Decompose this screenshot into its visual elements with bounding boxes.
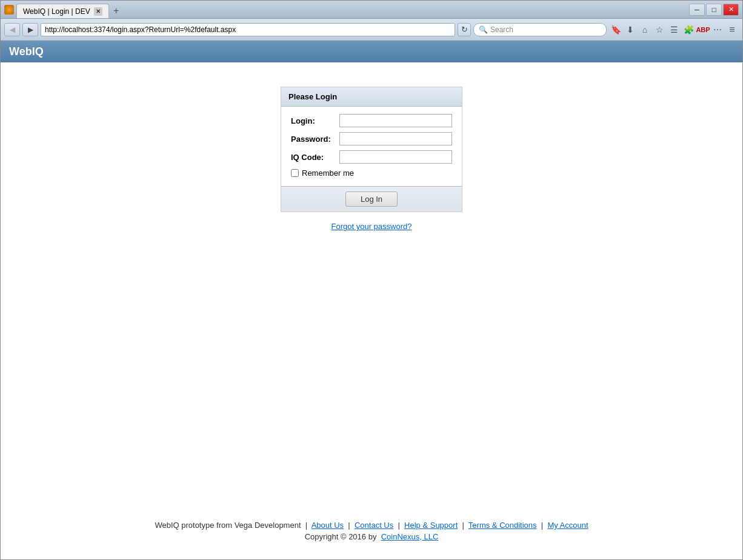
page-footer: WebIQ prototype from Vega Development | … xyxy=(155,508,588,559)
iq-code-label: IQ Code: xyxy=(291,153,339,162)
login-form: Please Login Login: Password: IQ Code: xyxy=(281,87,462,212)
password-input[interactable] xyxy=(339,132,452,145)
footer-copyright: Copyright © 2016 by CoinNexus, LLC xyxy=(155,532,588,541)
window-controls: ─ □ ✕ xyxy=(689,4,739,16)
remember-me-row: Remember me xyxy=(291,168,452,178)
search-placeholder: Search xyxy=(490,25,513,34)
refresh-button[interactable]: ↻ xyxy=(458,23,471,36)
adblock-icon[interactable]: ABP xyxy=(696,23,710,36)
forward-button[interactable]: ▶ xyxy=(22,23,38,36)
tab-bar: WebIQ | Login | DEV ✕ + xyxy=(16,1,687,18)
footer-link-terms[interactable]: Terms & Conditions xyxy=(468,521,537,530)
footer-link-contact-us[interactable]: Contact Us xyxy=(355,521,393,530)
search-icon: 🔍 xyxy=(479,25,488,34)
footer-text: WebIQ prototype from Vega Development | … xyxy=(155,521,588,530)
maximize-button[interactable]: □ xyxy=(706,4,722,16)
remember-me-label: Remember me xyxy=(302,168,354,178)
favorites-icon[interactable]: ☆ xyxy=(653,23,666,36)
address-bar[interactable]: http://localhost:3374/login.aspx?ReturnU… xyxy=(41,23,455,36)
app-icon xyxy=(4,5,14,15)
new-tab-button[interactable]: + xyxy=(109,4,124,18)
login-label: Login: xyxy=(291,116,339,125)
extensions-icon[interactable]: 🧩 xyxy=(682,23,695,36)
tab-close-button[interactable]: ✕ xyxy=(94,7,102,16)
search-bar[interactable]: 🔍 Search xyxy=(473,23,607,36)
more-icon[interactable]: ⋯ xyxy=(711,23,724,36)
app-title: WebIQ xyxy=(9,45,44,58)
title-bar: WebIQ | Login | DEV ✕ + ─ □ ✕ xyxy=(1,1,742,19)
footer-link-help-support[interactable]: Help & Support xyxy=(404,521,458,530)
menu-button[interactable]: ≡ xyxy=(725,23,739,36)
address-text: http://localhost:3374/login.aspx?ReturnU… xyxy=(45,25,236,34)
nav-icons: 🔖 ⬇ ⌂ ☆ ☰ 🧩 ABP ⋯ ≡ xyxy=(609,23,739,36)
footer-link-my-account[interactable]: My Account xyxy=(547,521,588,530)
close-button[interactable]: ✕ xyxy=(723,4,739,16)
reader-icon[interactable]: ☰ xyxy=(667,23,681,36)
window-frame: WebIQ | Login | DEV ✕ + ─ □ ✕ ◀ ▶ http:/… xyxy=(0,0,743,560)
iq-code-field-row: IQ Code: xyxy=(291,150,452,164)
login-button[interactable]: Log In xyxy=(345,192,398,207)
footer-brand: WebIQ prototype from Vega Development xyxy=(155,521,301,530)
login-title-text: Please Login xyxy=(288,92,337,101)
minimize-button[interactable]: ─ xyxy=(689,4,705,16)
login-form-footer: Log In xyxy=(281,186,462,212)
password-label: Password: xyxy=(291,135,339,144)
login-field-row: Login: xyxy=(291,114,452,127)
nav-bar: ◀ ▶ http://localhost:3374/login.aspx?Ret… xyxy=(1,19,742,41)
copyright-text: Copyright © 2016 by xyxy=(305,532,377,541)
home-icon[interactable]: ⌂ xyxy=(638,23,651,36)
login-form-title: Please Login xyxy=(281,87,462,107)
remember-me-checkbox[interactable] xyxy=(291,169,299,177)
coinnexus-link[interactable]: CoinNexus, LLC xyxy=(381,532,439,541)
password-field-row: Password: xyxy=(291,132,452,145)
back-button[interactable]: ◀ xyxy=(4,23,20,36)
bookmarks-icon[interactable]: 🔖 xyxy=(609,23,622,36)
tab-label: WebIQ | Login | DEV xyxy=(23,7,90,16)
active-tab[interactable]: WebIQ | Login | DEV ✕ xyxy=(16,4,109,18)
forgot-password-link[interactable]: Forgot your password? xyxy=(332,222,412,231)
app-header: WebIQ xyxy=(1,41,742,62)
iq-code-input[interactable] xyxy=(339,150,452,164)
login-input[interactable] xyxy=(339,114,452,127)
footer-link-about-us[interactable]: About Us xyxy=(312,521,344,530)
login-form-body: Login: Password: IQ Code: Remember me xyxy=(281,107,462,186)
page-content: Please Login Login: Password: IQ Code: xyxy=(1,62,742,559)
downloads-icon[interactable]: ⬇ xyxy=(624,23,637,36)
